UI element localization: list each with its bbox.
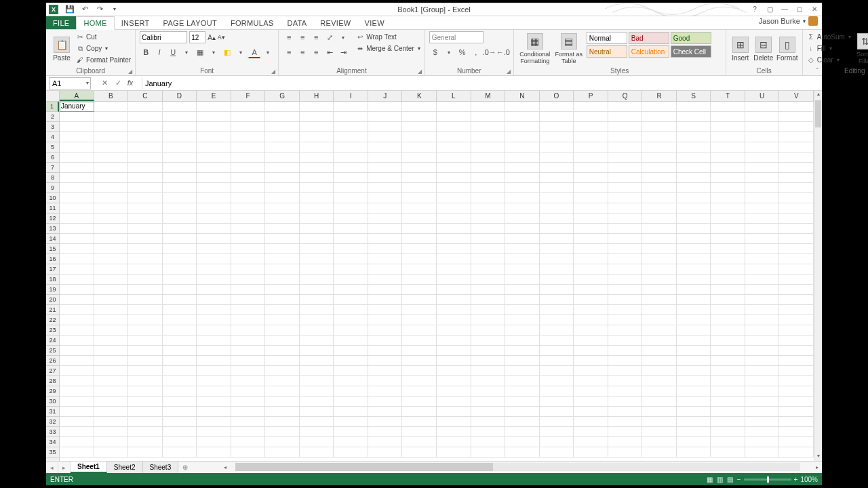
cell-S22[interactable] xyxy=(677,315,711,325)
cell-L3[interactable] xyxy=(437,122,471,132)
cell-A5[interactable] xyxy=(60,142,94,152)
cell-G19[interactable] xyxy=(265,285,300,295)
cell-P31[interactable] xyxy=(574,407,608,417)
cell-J15[interactable] xyxy=(368,244,403,254)
cell-B21[interactable] xyxy=(94,305,129,315)
cell-B14[interactable] xyxy=(94,234,129,244)
formula-input[interactable]: January xyxy=(142,77,822,89)
worksheet-grid[interactable]: ABCDEFGHIJKLMNOPQRSTUV 12345678910111213… xyxy=(46,91,822,461)
row-header-5[interactable]: 5 xyxy=(46,142,59,152)
cell-E20[interactable] xyxy=(197,295,231,305)
cell-V12[interactable] xyxy=(779,214,814,224)
cell-S2[interactable] xyxy=(677,112,711,122)
cell-F11[interactable] xyxy=(231,203,266,214)
cell-C22[interactable] xyxy=(128,315,163,325)
cell-L31[interactable] xyxy=(437,407,471,417)
cell-I32[interactable] xyxy=(334,417,368,427)
cell-E7[interactable] xyxy=(197,163,231,173)
cell-B33[interactable] xyxy=(94,427,129,437)
vscroll-thumb[interactable] xyxy=(815,100,821,127)
cell-O4[interactable] xyxy=(540,132,574,142)
cell-V27[interactable] xyxy=(779,366,814,376)
cell-D28[interactable] xyxy=(163,376,197,386)
cell-O15[interactable] xyxy=(540,244,574,254)
cell-I29[interactable] xyxy=(334,386,368,396)
cell-R10[interactable] xyxy=(642,193,677,203)
cell-A32[interactable] xyxy=(60,417,94,427)
cell-Q24[interactable] xyxy=(608,336,643,346)
cell-H27[interactable] xyxy=(300,366,334,376)
cell-U23[interactable] xyxy=(745,325,780,336)
cell-J16[interactable] xyxy=(368,254,403,264)
cell-L26[interactable] xyxy=(437,356,471,366)
cell-M8[interactable] xyxy=(471,173,506,183)
cell-G5[interactable] xyxy=(265,142,300,152)
cell-M2[interactable] xyxy=(471,112,506,122)
cell-B27[interactable] xyxy=(94,366,129,376)
cell-M14[interactable] xyxy=(471,234,506,244)
col-header-J[interactable]: J xyxy=(368,91,403,101)
cell-T11[interactable] xyxy=(711,203,745,214)
cell-Q31[interactable] xyxy=(608,407,643,417)
cell-V24[interactable] xyxy=(779,336,814,346)
cell-P16[interactable] xyxy=(574,254,608,264)
cell-H33[interactable] xyxy=(300,427,334,437)
redo-icon[interactable]: ↷ xyxy=(95,5,104,14)
row-header-16[interactable]: 16 xyxy=(46,254,59,264)
cell-T23[interactable] xyxy=(711,325,745,336)
cell-E25[interactable] xyxy=(197,346,231,356)
cell-D34[interactable] xyxy=(163,437,197,447)
font-launcher-icon[interactable]: ◢ xyxy=(271,68,275,75)
font-name-input[interactable] xyxy=(140,31,187,43)
cell-T31[interactable] xyxy=(711,407,745,417)
cell-D30[interactable] xyxy=(163,396,197,407)
cell-V29[interactable] xyxy=(779,386,814,396)
cell-S17[interactable] xyxy=(677,264,711,274)
tab-review[interactable]: REVIEW xyxy=(313,16,357,29)
cell-I31[interactable] xyxy=(334,407,368,417)
cell-U8[interactable] xyxy=(745,173,780,183)
cell-Q25[interactable] xyxy=(608,346,643,356)
cell-E14[interactable] xyxy=(197,234,231,244)
cell-U16[interactable] xyxy=(745,254,780,264)
row-header-11[interactable]: 11 xyxy=(46,203,59,214)
wrap-text-button[interactable]: ↩Wrap Text xyxy=(356,31,420,43)
cell-C7[interactable] xyxy=(128,163,163,173)
cell-E35[interactable] xyxy=(197,447,231,458)
cell-P11[interactable] xyxy=(574,203,608,214)
cell-F25[interactable] xyxy=(231,346,266,356)
cell-Q28[interactable] xyxy=(608,376,643,386)
cell-F28[interactable] xyxy=(231,376,266,386)
cell-E30[interactable] xyxy=(197,396,231,407)
cell-P33[interactable] xyxy=(574,427,608,437)
cell-T30[interactable] xyxy=(711,396,745,407)
tab-insert[interactable]: INSERT xyxy=(115,16,157,29)
cell-I6[interactable] xyxy=(334,152,368,163)
cell-N23[interactable] xyxy=(505,325,540,336)
cell-J19[interactable] xyxy=(368,285,403,295)
delete-button[interactable]: ⊟Delete xyxy=(753,31,774,66)
cell-F5[interactable] xyxy=(231,142,266,152)
cell-U17[interactable] xyxy=(745,264,780,274)
cell-D29[interactable] xyxy=(163,386,197,396)
cell-C12[interactable] xyxy=(128,214,163,224)
close-icon[interactable]: ✕ xyxy=(808,5,821,14)
cell-K14[interactable] xyxy=(402,234,437,244)
orientation-icon[interactable]: ⤢ xyxy=(323,31,336,43)
col-header-Q[interactable]: Q xyxy=(608,91,643,101)
cell-O35[interactable] xyxy=(540,447,574,458)
increase-decimal-icon[interactable]: .0→ xyxy=(484,46,496,58)
cell-Q7[interactable] xyxy=(608,163,643,173)
cell-D24[interactable] xyxy=(163,336,197,346)
cell-J32[interactable] xyxy=(368,417,403,427)
cell-K18[interactable] xyxy=(402,274,437,285)
cell-K32[interactable] xyxy=(402,417,437,427)
col-header-R[interactable]: R xyxy=(642,91,677,101)
row-header-23[interactable]: 23 xyxy=(46,325,59,336)
cell-K30[interactable] xyxy=(402,396,437,407)
cell-I18[interactable] xyxy=(334,274,368,285)
cell-G21[interactable] xyxy=(265,305,300,315)
zoom-in-icon[interactable]: + xyxy=(794,476,798,483)
cell-J8[interactable] xyxy=(368,173,403,183)
cell-K31[interactable] xyxy=(402,407,437,417)
